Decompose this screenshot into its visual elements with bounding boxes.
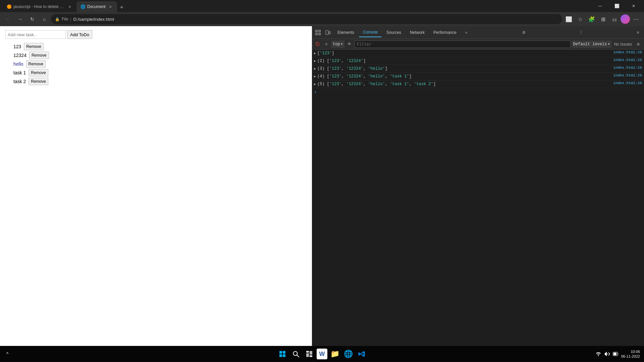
- taskbar-chevron-icon[interactable]: ^: [4, 351, 11, 357]
- svg-rect-0: [316, 30, 317, 32]
- devtools-tab-elements[interactable]: Elements: [333, 28, 358, 37]
- task-input[interactable]: [5, 30, 66, 39]
- search-button[interactable]: [290, 348, 302, 360]
- console-context-dropdown[interactable]: top ▾: [331, 41, 344, 48]
- add-todo-button[interactable]: Add ToDo: [67, 30, 92, 39]
- console-entry-3[interactable]: (3) ['123', '12324', 'hello'] index.html…: [312, 65, 644, 73]
- refresh-button[interactable]: ↻: [27, 14, 38, 24]
- remove-button[interactable]: Remove: [24, 43, 44, 50]
- tab1-title: javascript - How to delete eleme: [13, 4, 65, 9]
- console-entry-2[interactable]: (2) ['123', '12324'] index.html:26: [312, 57, 644, 65]
- remove-button[interactable]: Remove: [29, 52, 49, 59]
- devtools-close-btn[interactable]: ✕: [633, 28, 643, 37]
- issues-label: No Issues: [614, 42, 632, 47]
- devtools-more-btn[interactable]: ⋮: [576, 28, 586, 37]
- file-explorer-button[interactable]: 📁: [329, 348, 341, 360]
- settings-button[interactable]: ⋯: [631, 14, 641, 24]
- new-tab-button[interactable]: +: [117, 3, 126, 12]
- clock-time: 10:06: [621, 349, 640, 354]
- list-item: task 1 Remove: [13, 69, 307, 76]
- devtools-more-tabs[interactable]: »: [461, 28, 472, 37]
- svg-rect-1: [319, 30, 320, 32]
- edge-menu-button[interactable]: ⊞: [598, 14, 608, 24]
- window-controls: — ⬜ ✕: [592, 1, 641, 11]
- svg-rect-8: [279, 351, 282, 354]
- console-clear-btn[interactable]: 🚫: [314, 41, 321, 48]
- console-issues-btn[interactable]: No Issues: [613, 41, 633, 48]
- devtools-tab-performance[interactable]: Performance: [429, 28, 461, 37]
- sidebar-toggle[interactable]: ⚏: [609, 14, 620, 24]
- console-source-2[interactable]: index.html:26: [610, 58, 642, 62]
- svg-rect-15: [306, 353, 309, 357]
- remove-button[interactable]: Remove: [29, 69, 48, 76]
- address-bar[interactable]: 🔒 File | D:/sample/index.html: [51, 14, 562, 24]
- clock-date: 06-11-2022: [621, 354, 640, 359]
- back-button[interactable]: ←: [3, 14, 13, 24]
- remove-button[interactable]: Remove: [26, 60, 46, 68]
- console-preserve-log-btn[interactable]: ⊘: [323, 41, 330, 48]
- expand-arrow-5[interactable]: [314, 82, 316, 86]
- maximize-button[interactable]: ⬜: [609, 1, 625, 11]
- bookmark-button[interactable]: ☆: [575, 14, 586, 24]
- title-bar: 🟠 javascript - How to delete eleme ✕ 🌐 D…: [0, 0, 644, 12]
- console-source-3[interactable]: index.html:26: [610, 66, 642, 70]
- console-text-2: (2) ['123', '12324']: [317, 58, 610, 64]
- console-filter-input[interactable]: [355, 41, 571, 48]
- tab2-title: Document: [87, 4, 106, 9]
- console-text-4: (4) ['123', '12324', 'hello', 'task 1']: [317, 73, 610, 79]
- cast-button[interactable]: ⬜: [564, 14, 574, 24]
- console-entry-1[interactable]: ['123'] index.html:26: [312, 50, 644, 57]
- widgets-button[interactable]: [303, 348, 315, 360]
- console-settings-btn[interactable]: ⚙: [635, 41, 642, 48]
- console-eye-btn[interactable]: 👁: [346, 41, 353, 48]
- devtools-tab-console[interactable]: Console: [359, 28, 382, 37]
- list-item: hello Remove: [13, 60, 307, 68]
- svg-rect-9: [283, 351, 285, 354]
- svg-rect-16: [310, 351, 312, 355]
- expand-arrow-2[interactable]: [314, 59, 316, 63]
- expand-arrow-4[interactable]: [314, 74, 316, 78]
- devtools-inspect-btn[interactable]: [313, 28, 323, 37]
- battery-icon[interactable]: [612, 351, 619, 357]
- console-source-5[interactable]: index.html:26: [610, 81, 642, 85]
- svg-line-13: [297, 355, 299, 357]
- todo-text: task 2: [13, 79, 26, 84]
- home-button[interactable]: ⌂: [39, 14, 50, 24]
- vscode-button[interactable]: [356, 348, 368, 360]
- console-entry-4[interactable]: (4) ['123', '12324', 'hello', 'task 1'] …: [312, 73, 644, 80]
- browser-tab-1[interactable]: 🟠 javascript - How to delete eleme ✕: [3, 1, 76, 12]
- chrome-button[interactable]: 🌐: [342, 348, 354, 360]
- remove-button[interactable]: Remove: [29, 78, 48, 85]
- extensions-button[interactable]: 🧩: [586, 14, 597, 24]
- network-icon[interactable]: [595, 351, 602, 357]
- speaker-icon[interactable]: [604, 351, 610, 357]
- browser-tab-2[interactable]: 🌐 Document ✕: [76, 1, 117, 12]
- todo-form: Add ToDo: [5, 30, 307, 39]
- minimize-button[interactable]: —: [592, 1, 608, 11]
- devtools-device-btn[interactable]: [323, 28, 333, 37]
- console-level-dropdown[interactable]: Default levels ▾: [572, 41, 611, 48]
- console-entry-5[interactable]: (5) ['123', '12324', 'hello', 'task 1', …: [312, 80, 644, 88]
- devtools-settings-btn[interactable]: ⚙: [519, 28, 529, 37]
- system-clock[interactable]: 10:06 06-11-2022: [621, 349, 640, 359]
- expand-arrow-3[interactable]: [314, 67, 316, 71]
- expand-arrow-1[interactable]: [314, 51, 316, 55]
- list-item: 12324 Remove: [13, 52, 307, 59]
- tab2-favicon: 🌐: [80, 4, 85, 9]
- svg-point-7: [329, 33, 330, 34]
- tab1-close-btn[interactable]: ✕: [67, 4, 72, 9]
- svg-point-6: [327, 34, 327, 34]
- tab2-close-btn[interactable]: ✕: [108, 4, 113, 9]
- word-button[interactable]: W: [317, 349, 327, 359]
- console-source-1[interactable]: index.html:26: [610, 50, 642, 54]
- taskbar-left: ^: [4, 351, 11, 357]
- close-button[interactable]: ✕: [626, 1, 641, 11]
- forward-button[interactable]: →: [15, 14, 25, 24]
- devtools-tab-sources[interactable]: Sources: [382, 28, 405, 37]
- todo-text: hello: [13, 61, 23, 67]
- profile-avatar[interactable]: [621, 14, 630, 24]
- devtools-tab-network[interactable]: Network: [406, 28, 429, 37]
- console-source-4[interactable]: index.html:26: [610, 73, 642, 77]
- start-button[interactable]: [276, 348, 288, 360]
- console-text-3: (3) ['123', '12324', 'hello']: [317, 66, 610, 72]
